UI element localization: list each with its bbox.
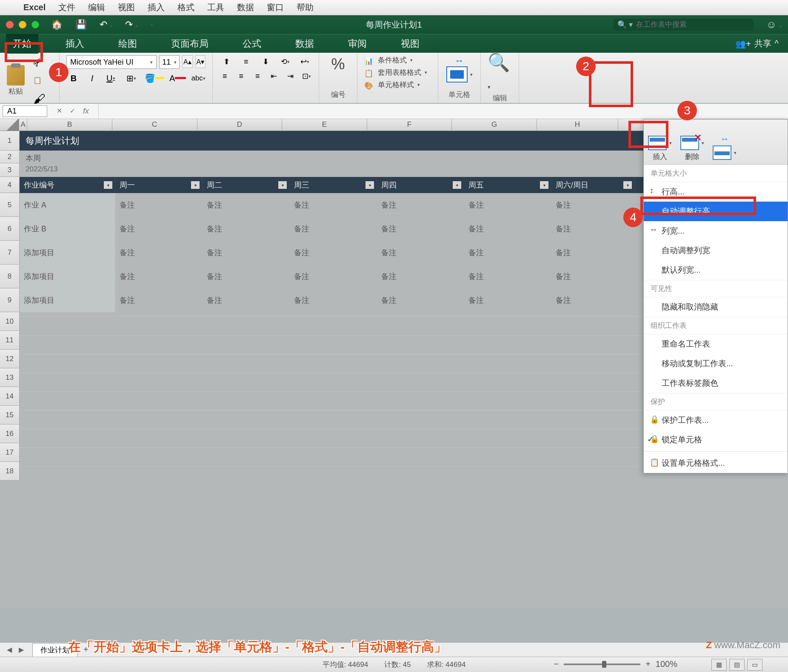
table-header-col[interactable]: 周二▾ <box>203 177 290 193</box>
tab-insert[interactable]: 插入 <box>59 34 91 54</box>
cell-styles-button[interactable]: 🎨单元格样式 ▾ <box>364 80 431 90</box>
row-16[interactable]: 16 <box>0 424 20 443</box>
row-12[interactable]: 12 <box>0 350 20 368</box>
table-cell[interactable]: 备注 <box>290 265 377 288</box>
table-cell[interactable]: 备注 <box>115 265 203 288</box>
table-cell[interactable]: 备注 <box>203 193 290 217</box>
tab-review[interactable]: 审阅 <box>341 34 374 54</box>
zoom-slider[interactable] <box>564 663 640 665</box>
col-B[interactable]: B <box>27 119 112 131</box>
col-C[interactable]: C <box>112 119 197 131</box>
sheet-search[interactable]: 🔍 ▾ <box>613 19 754 31</box>
table-header-col[interactable]: 周三▾ <box>290 177 377 193</box>
table-cell[interactable]: 备注 <box>290 217 377 241</box>
increase-font-icon[interactable]: A▴ <box>182 55 192 68</box>
close-window-button[interactable] <box>6 21 14 28</box>
menu-lock-cells[interactable]: ✓🔒锁定单元格 <box>644 430 788 450</box>
table-cell[interactable]: 备注 <box>551 241 635 265</box>
home-icon[interactable]: 🏠 <box>51 19 63 30</box>
row-id-cell[interactable]: 添加项目 <box>20 265 115 288</box>
search-input[interactable] <box>636 20 747 29</box>
menu-tools[interactable]: 工具 <box>207 2 224 13</box>
menu-view[interactable]: 视图 <box>118 2 135 13</box>
align-left-icon[interactable]: ≡ <box>220 70 230 83</box>
menu-tab-color[interactable]: 工作表标签颜色 <box>644 373 788 393</box>
font-size-select[interactable]: 11▾ <box>159 55 180 69</box>
filter-icon[interactable]: ▾ <box>453 181 461 189</box>
row-7[interactable]: 7 <box>0 241 20 265</box>
align-middle-icon[interactable]: ≡ <box>239 55 253 68</box>
minimize-window-button[interactable] <box>19 21 26 28</box>
table-cell[interactable]: 备注 <box>377 241 464 265</box>
filter-icon[interactable]: ▾ <box>104 181 112 189</box>
table-cell[interactable]: 备注 <box>551 265 635 288</box>
row-2[interactable]: 2 <box>0 151 20 163</box>
row-9[interactable]: 9 <box>0 288 20 312</box>
table-header-col[interactable]: 周一▾ <box>115 177 203 193</box>
borders-button[interactable]: ⊞ ▾ <box>122 71 140 86</box>
align-bottom-icon[interactable]: ⬇ <box>259 55 272 68</box>
row-1[interactable]: 1 <box>0 131 20 151</box>
decrease-indent-icon[interactable]: ⇤ <box>269 70 280 83</box>
align-top-icon[interactable]: ⬆ <box>220 55 233 68</box>
table-cell[interactable]: 备注 <box>551 193 635 217</box>
col-G[interactable]: G <box>452 119 537 131</box>
format-cells-button[interactable]: ↔ ▾ <box>708 122 741 162</box>
table-cell[interactable]: 备注 <box>115 288 203 312</box>
row-id-cell[interactable]: 作业 B <box>20 217 115 241</box>
table-cell[interactable]: 备注 <box>290 288 377 312</box>
menu-rename-sheet[interactable]: 重命名工作表 <box>644 334 788 354</box>
table-header-col[interactable]: 周五▾ <box>464 177 551 193</box>
confirm-icon[interactable]: ✓ <box>70 107 75 116</box>
menu-move-copy-sheet[interactable]: 移动或复制工作表... <box>644 354 788 373</box>
filter-icon[interactable]: ▾ <box>278 181 287 189</box>
zoom-out-button[interactable]: − <box>554 659 559 669</box>
cancel-icon[interactable]: ✕ <box>57 107 62 116</box>
table-cell[interactable]: 备注 <box>377 193 464 217</box>
menu-column-width[interactable]: ↔列宽... <box>644 221 788 241</box>
menu-protect-sheet[interactable]: 🔒保护工作表... <box>644 410 788 430</box>
menu-window[interactable]: 窗口 <box>267 2 284 13</box>
menu-insert[interactable]: 插入 <box>148 2 165 13</box>
menu-format-cells-dialog[interactable]: 📋设置单元格格式... <box>644 453 788 473</box>
menu-autofit-column-width[interactable]: 自动调整列宽 <box>644 241 788 260</box>
ribbon-cells-group[interactable]: ↔ ▾ 单元格 <box>438 53 481 103</box>
row-14[interactable]: 14 <box>0 387 20 406</box>
table-cell[interactable]: 备注 <box>203 288 290 312</box>
filter-icon[interactable]: ▾ <box>365 181 374 189</box>
merge-cells-icon[interactable]: ⊡ ▾ <box>302 70 312 83</box>
table-header-col[interactable]: 周六/周日▾ <box>551 177 635 193</box>
table-cell[interactable]: 备注 <box>464 241 551 265</box>
font-name-select[interactable]: Microsoft YaHei UI▾ <box>66 55 157 69</box>
app-name[interactable]: Excel <box>23 3 46 12</box>
menu-data[interactable]: 数据 <box>237 2 254 13</box>
sheet-nav-last[interactable]: ▶ <box>19 646 24 654</box>
tab-formulas[interactable]: 公式 <box>236 34 268 54</box>
paste-icon[interactable] <box>7 65 25 85</box>
row-id-cell[interactable]: 添加项目 <box>20 288 115 312</box>
table-cell[interactable]: 备注 <box>203 265 290 288</box>
row-8[interactable]: 8 <box>0 265 20 288</box>
table-header-col[interactable]: 作业编号▾ <box>20 177 115 193</box>
filter-icon[interactable]: ▾ <box>623 181 632 189</box>
underline-button[interactable]: U ▾ <box>103 71 118 86</box>
table-cell[interactable]: 备注 <box>377 265 464 288</box>
zoom-value[interactable]: 100% <box>656 659 677 669</box>
row-6[interactable]: 6 <box>0 217 20 241</box>
align-center-icon[interactable]: ≡ <box>236 70 247 83</box>
table-cell[interactable]: 备注 <box>464 265 551 288</box>
row-id-cell[interactable]: 作业 A <box>20 193 115 217</box>
select-all-button[interactable] <box>0 119 19 131</box>
col-H[interactable]: H <box>537 119 618 131</box>
table-cell[interactable]: 备注 <box>115 217 203 241</box>
tab-draw[interactable]: 绘图 <box>111 34 144 54</box>
row-13[interactable]: 13 <box>0 368 20 387</box>
view-page-break-icon[interactable]: ▭ <box>747 659 762 671</box>
menu-hide-unhide[interactable]: 隐藏和取消隐藏 <box>644 297 788 317</box>
increase-indent-icon[interactable]: ⇥ <box>285 70 296 83</box>
table-cell[interactable]: 备注 <box>551 288 635 312</box>
row-3[interactable]: 3 <box>0 163 20 177</box>
copy-icon[interactable]: 📋 <box>33 76 45 84</box>
row-17[interactable]: 17 <box>0 443 20 462</box>
maximize-window-button[interactable] <box>31 21 39 28</box>
